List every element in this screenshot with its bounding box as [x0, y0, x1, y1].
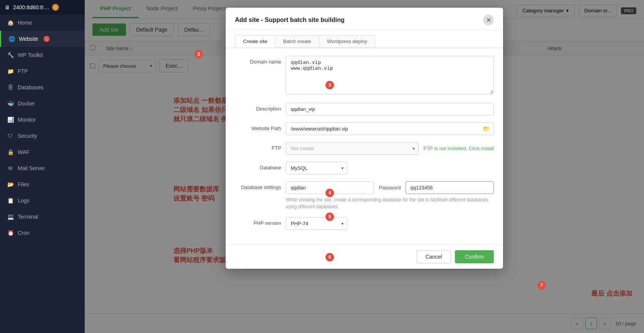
database-settings-label: Database settings: [235, 181, 281, 190]
database-label: Database: [235, 162, 281, 171]
ftp-install-link[interactable]: FTP is not installed, Click install: [423, 146, 494, 151]
database-settings-control: Password While creating the site, create…: [286, 181, 494, 210]
sidebar-item-docker[interactable]: 🐳 Docker: [0, 95, 85, 112]
sidebar-item-databases[interactable]: 🗄 Databases: [0, 79, 85, 95]
php-version-row: PHP version PHP-74: [235, 217, 494, 230]
mail-icon: ✉: [7, 165, 14, 171]
modal-tab-create-site[interactable]: Create site: [235, 35, 275, 48]
description-control: [286, 103, 494, 115]
db-password-label: Password: [379, 185, 401, 191]
php-version-select[interactable]: PHP-74: [286, 217, 347, 230]
domain-name-row: Domain name qqdian.vip www.qqdian.vip: [235, 56, 494, 96]
add-site-modal: Add site - Support batch site building ✕…: [226, 8, 503, 269]
ftp-icon: 📁: [7, 68, 14, 74]
description-row: Description: [235, 103, 494, 115]
ftp-select[interactable]: Not create: [286, 142, 419, 155]
modal-tab-batch-create[interactable]: Batch create: [275, 35, 319, 48]
sidebar-item-label: Docker: [18, 100, 35, 107]
annotation-num-7: 7: [537, 281, 546, 289]
server-badge: 0: [52, 4, 59, 11]
files-icon: 📂: [7, 181, 14, 187]
sidebar-item-ftp[interactable]: 📁 FTP: [0, 63, 85, 79]
sidebar-item-monitor[interactable]: 📊 Monitor: [0, 112, 85, 128]
modal-header: Add site - Support batch site building ✕: [226, 8, 503, 30]
domain-name-control: qqdian.vip www.qqdian.vip: [286, 56, 494, 96]
waf-icon: 🔒: [7, 149, 14, 155]
website-icon: 🌐: [8, 36, 15, 42]
website-path-row: Website Path 📁: [235, 122, 494, 135]
domain-name-input[interactable]: qqdian.vip www.qqdian.vip: [286, 56, 494, 94]
sidebar-item-label: Website: [19, 36, 38, 42]
db-hint-text: While creating the site, create a corres…: [286, 196, 494, 210]
main-content: PHP Project Node Project Proxy Project C…: [85, 0, 644, 333]
modal-body: Domain name qqdian.vip www.qqdian.vip De…: [226, 48, 503, 244]
database-select[interactable]: MySQL: [286, 162, 347, 174]
sidebar-item-label: Databases: [18, 84, 44, 90]
confirm-button[interactable]: Confirm: [455, 250, 494, 263]
sidebar-item-label: WAF: [18, 149, 30, 155]
sidebar-item-waf[interactable]: 🔒 WAF: [0, 144, 85, 160]
website-badge: 1: [44, 36, 50, 42]
sidebar-item-label: Cron: [18, 230, 29, 236]
folder-icon[interactable]: 📁: [483, 126, 490, 132]
cancel-button[interactable]: Cancel: [416, 250, 451, 263]
description-input[interactable]: [286, 103, 494, 115]
website-path-label: Website Path: [235, 122, 281, 131]
sidebar-item-mailserver[interactable]: ✉ Mail Server: [0, 160, 85, 176]
sidebar-item-label: FTP: [18, 68, 28, 74]
modal-tabs: Create site Batch create Wordpress deplo…: [226, 30, 503, 48]
sidebar-item-logs[interactable]: 📋 Logs: [0, 192, 85, 209]
sidebar-item-label: Home: [18, 20, 32, 26]
modal-overlay: Add site - Support batch site building ✕…: [85, 0, 644, 333]
wptoolkit-icon: 🔧: [7, 52, 14, 58]
db-password-input[interactable]: [406, 181, 494, 194]
sidebar-item-files[interactable]: 📂 Files: [0, 176, 85, 192]
sidebar-item-wptoolkit[interactable]: 🔧 WP Toolkit: [0, 47, 85, 63]
sidebar-item-label: Mail Server: [18, 165, 45, 171]
website-path-control: 📁: [286, 122, 494, 135]
monitor-icon: 📊: [7, 117, 14, 123]
server-header: 🖥 2400:8d60:8:... 0: [0, 0, 85, 15]
modal-close-button[interactable]: ✕: [483, 15, 494, 25]
description-label: Description: [235, 103, 281, 112]
sidebar-item-label: WP Toolkit: [18, 52, 43, 58]
sidebar-item-home[interactable]: 🏠 Home: [0, 15, 85, 31]
sidebar-item-terminal[interactable]: 💻 Terminal: [0, 209, 85, 225]
php-version-label: PHP version: [235, 217, 281, 226]
sidebar-item-security[interactable]: 🛡 Security: [0, 128, 85, 144]
logs-icon: 📋: [7, 197, 14, 204]
website-path-input[interactable]: [286, 122, 494, 135]
monitor-icon: 🖥: [5, 4, 10, 10]
sidebar-item-cron[interactable]: ⏰ Cron: [0, 225, 85, 241]
annotation-num-6: 6: [325, 253, 334, 261]
docker-icon: 🐳: [7, 100, 14, 107]
annotation-num-2: 2: [195, 50, 203, 59]
server-address: 2400:8d60:8:...: [13, 4, 49, 10]
modal-tab-wordpress-deploy[interactable]: Wordpress deploy: [319, 35, 376, 48]
annotation-num-4: 4: [325, 189, 334, 197]
database-settings-row: Database settings Password While creatin…: [235, 181, 494, 210]
domain-name-label: Domain name: [235, 56, 281, 65]
modal-footer: Cancel Confirm: [226, 244, 503, 269]
sidebar-item-website[interactable]: 🌐 Website 1: [0, 31, 85, 47]
annotation-num-3: 3: [325, 81, 334, 89]
ftp-row: FTP Not create FTP is not installed, Cli…: [235, 142, 494, 155]
cron-icon: ⏰: [7, 230, 14, 236]
terminal-icon: 💻: [7, 214, 14, 220]
php-version-control: PHP-74: [286, 217, 494, 230]
database-control: MySQL: [286, 162, 494, 174]
sidebar-item-label: Terminal: [18, 214, 38, 220]
sidebar: 🖥 2400:8d60:8:... 0 🏠 Home 🌐 Website 1 🔧…: [0, 0, 85, 333]
modal-title: Add site - Support batch site building: [235, 17, 344, 23]
database-row: Database MySQL: [235, 162, 494, 174]
sidebar-item-label: Logs: [18, 197, 29, 204]
home-icon: 🏠: [7, 20, 14, 26]
sidebar-item-label: Monitor: [18, 117, 36, 123]
databases-icon: 🗄: [7, 84, 14, 90]
ftp-control: Not create FTP is not installed, Click i…: [286, 142, 494, 155]
sidebar-item-label: Security: [18, 133, 37, 139]
security-icon: 🛡: [7, 133, 14, 139]
annotation-num-5: 5: [325, 213, 334, 221]
sidebar-item-label: Files: [18, 181, 29, 187]
ftp-label: FTP: [235, 142, 281, 151]
